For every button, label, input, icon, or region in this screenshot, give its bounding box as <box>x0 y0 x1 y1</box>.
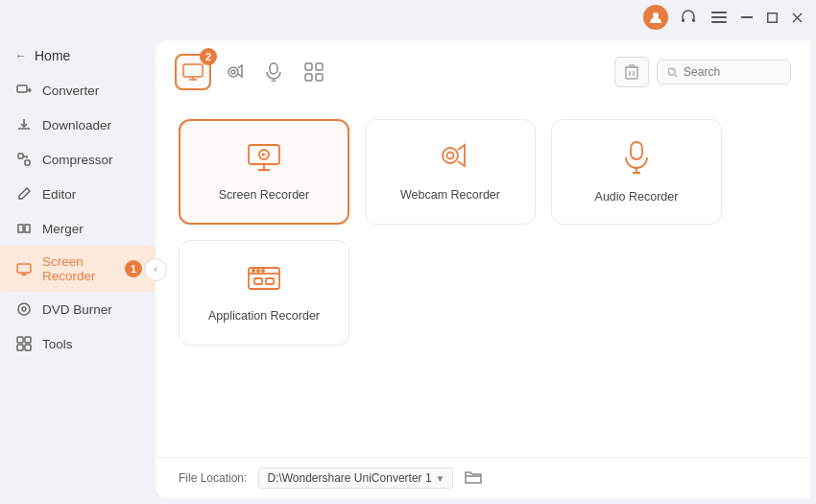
editor-icon <box>15 185 33 203</box>
audio-recorder-card-label: Audio Recorder <box>595 190 679 204</box>
svg-rect-26 <box>305 74 312 81</box>
webcam-recorder-card-icon <box>434 143 467 179</box>
svg-rect-7 <box>767 12 777 22</box>
user-avatar[interactable] <box>643 5 668 30</box>
sidebar-label-compressor: Compressor <box>42 153 113 167</box>
svg-rect-4 <box>711 16 727 18</box>
application-recorder-card-label: Application Recorder <box>208 309 320 323</box>
sidebar-item-compressor[interactable]: Compressor <box>0 142 156 177</box>
svg-rect-27 <box>316 74 323 81</box>
dropdown-arrow-icon: ▼ <box>436 473 445 484</box>
svg-rect-1 <box>682 18 684 22</box>
svg-rect-5 <box>711 21 727 23</box>
svg-rect-20 <box>183 64 203 77</box>
maximize-button[interactable] <box>764 10 780 25</box>
menu-icon[interactable] <box>708 7 730 28</box>
sidebar-label-editor: Editor <box>42 187 76 202</box>
svg-rect-12 <box>25 160 30 165</box>
svg-rect-18 <box>17 345 23 350</box>
sidebar-item-dvd-burner[interactable]: DVD Burner <box>0 292 156 326</box>
svg-rect-13 <box>17 264 31 273</box>
search-box[interactable] <box>657 60 791 84</box>
svg-rect-36 <box>254 278 262 284</box>
merger-icon <box>15 220 33 237</box>
sidebar-item-converter[interactable]: Converter <box>0 73 156 108</box>
home-label: Home <box>35 48 70 63</box>
toolbar-apps-btn[interactable] <box>296 54 332 90</box>
minimize-button[interactable] <box>739 10 755 25</box>
svg-rect-34 <box>631 142 642 159</box>
application-recorder-card[interactable]: Application Recorder <box>179 240 349 346</box>
svg-point-22 <box>231 70 235 74</box>
titlebar <box>0 0 816 35</box>
svg-rect-24 <box>305 63 312 70</box>
audio-recorder-card-icon <box>623 141 650 180</box>
sidebar: ← Home Converter Downloader <box>0 35 156 504</box>
toolbar-webcam-btn[interactable] <box>215 54 252 90</box>
recorder-row-1: Screen Recorder Webcam Recorder <box>179 119 787 225</box>
svg-rect-37 <box>266 278 274 284</box>
svg-rect-28 <box>626 67 637 79</box>
svg-rect-25 <box>316 63 323 70</box>
sidebar-label-downloader: Downloader <box>42 118 111 132</box>
svg-point-38 <box>252 269 254 271</box>
file-location-value: D:\Wondershare UniConverter 1 <box>267 471 431 485</box>
toolbar-screen-btn[interactable]: 2 <box>175 54 211 90</box>
sidebar-label-dvd-burner: DVD Burner <box>42 302 112 317</box>
application-recorder-card-icon <box>247 264 281 300</box>
converter-icon <box>15 82 33 99</box>
downloader-icon <box>15 116 33 133</box>
svg-rect-16 <box>17 337 23 343</box>
svg-rect-23 <box>270 63 277 74</box>
footer: File Location: D:\Wondershare UniConvert… <box>156 457 810 498</box>
svg-point-32 <box>443 148 458 163</box>
sidebar-item-merger[interactable]: Merger <box>0 211 156 246</box>
search-input[interactable] <box>684 65 780 79</box>
screen-recorder-card-icon <box>247 143 281 179</box>
dvd-burner-icon <box>15 300 33 318</box>
sidebar-label-merger: Merger <box>42 222 84 236</box>
home-nav[interactable]: ← Home <box>0 42 156 73</box>
svg-point-40 <box>262 269 264 271</box>
trash-button[interactable] <box>614 57 649 87</box>
close-button[interactable] <box>789 10 804 25</box>
sidebar-item-editor[interactable]: Editor <box>0 177 156 211</box>
sidebar-item-tools[interactable]: Tools <box>0 326 156 361</box>
svg-rect-10 <box>17 85 27 92</box>
audio-recorder-card[interactable]: Audio Recorder <box>551 119 722 225</box>
screen-recorder-card[interactable]: Screen Recorder <box>179 119 349 225</box>
webcam-recorder-card[interactable]: Webcam Recorder <box>365 119 536 225</box>
recorder-row-2: Application Recorder <box>179 240 787 346</box>
sidebar-label-tools: Tools <box>42 337 73 351</box>
svg-rect-2 <box>692 18 695 22</box>
svg-point-14 <box>18 303 30 315</box>
sidebar-item-screen-recorder[interactable]: Screen Recorder 1 <box>0 246 156 292</box>
svg-point-29 <box>668 68 675 75</box>
content-area: 2 <box>156 40 810 498</box>
toolbar-audio-btn[interactable] <box>255 54 292 90</box>
screen-recorder-card-label: Screen Recorder <box>219 188 310 202</box>
open-folder-button[interactable] <box>465 469 482 488</box>
headphones-icon[interactable] <box>678 7 699 28</box>
svg-rect-3 <box>711 12 727 13</box>
svg-point-15 <box>22 307 26 311</box>
svg-rect-6 <box>741 16 753 18</box>
sidebar-label-converter: Converter <box>42 84 99 98</box>
webcam-recorder-card-label: Webcam Recorder <box>400 188 500 202</box>
screen-recorder-badge: 1 <box>125 260 142 277</box>
sidebar-item-downloader[interactable]: Downloader <box>0 108 156 142</box>
svg-rect-17 <box>25 337 31 343</box>
svg-point-39 <box>257 269 259 271</box>
file-location-label: File Location: <box>179 471 247 485</box>
tools-icon <box>15 335 33 352</box>
svg-rect-11 <box>18 154 23 158</box>
back-arrow-icon: ← <box>15 49 27 62</box>
recorder-grid: Screen Recorder Webcam Recorder <box>156 100 810 457</box>
collapse-sidebar-button[interactable]: ‹ <box>144 258 167 281</box>
screen-recorder-icon <box>15 260 33 277</box>
toolbar: 2 <box>156 40 810 100</box>
svg-rect-19 <box>25 345 31 350</box>
search-icon <box>667 66 678 79</box>
file-location-dropdown[interactable]: D:\Wondershare UniConverter 1 ▼ <box>258 468 453 489</box>
svg-point-33 <box>447 152 454 158</box>
